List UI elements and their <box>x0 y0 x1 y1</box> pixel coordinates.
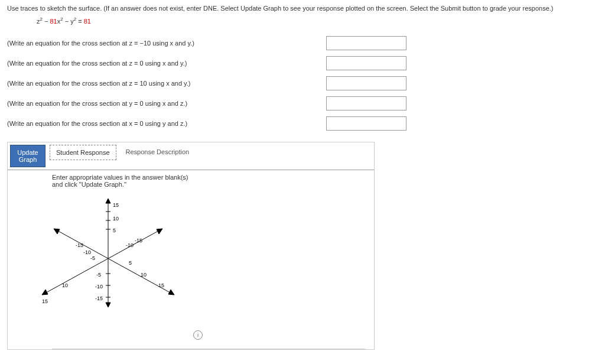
axis-tick-15: 15 <box>113 202 119 208</box>
problem-instructions: Use traces to sketch the surface. (If an… <box>7 5 598 12</box>
answer-input-1[interactable] <box>326 36 406 50</box>
info-icon[interactable]: i <box>193 330 203 340</box>
x-axis-10: 10 <box>62 282 68 288</box>
axes-svg: 15 10 5 -5 -10 -15 15 10 5 10 15 -15 -10… <box>8 188 209 342</box>
eq-exp3: 2 <box>74 17 76 22</box>
prompt-z-neg10: (Write an equation for the cross section… <box>7 40 326 47</box>
eq-equals: = <box>76 18 84 25</box>
answer-input-4[interactable] <box>326 96 406 110</box>
eq-exp2: 2 <box>60 17 63 22</box>
plot-3d-axes: 15 10 5 -5 -10 -15 15 10 5 10 15 -15 -10… <box>8 188 374 347</box>
n10-right: -10 <box>126 242 134 248</box>
axis-tick-5: 5 <box>113 228 116 233</box>
x-axis-15: 15 <box>42 298 48 304</box>
prompt-z-10: (Write an equation for the cross section… <box>7 80 326 87</box>
axis-tick-n15: -15 <box>95 295 103 301</box>
svg-marker-1 <box>106 199 110 203</box>
surface-equation: z2 − 81x2 − y2 = 81 <box>37 17 598 25</box>
tab-student-response[interactable]: Student Response <box>50 145 116 160</box>
svg-marker-2 <box>106 303 110 307</box>
eq-rhs: 81 <box>84 18 91 25</box>
n15-right: -15 <box>135 238 142 243</box>
graph-panel: Update Graph Student Response Response D… <box>7 142 375 350</box>
prompt-x-0: (Write an equation for the cross section… <box>7 120 326 127</box>
tab-response-description[interactable]: Response Description <box>120 145 196 159</box>
answer-input-2[interactable] <box>326 56 406 70</box>
prompt-z-0: (Write an equation for the cross section… <box>7 60 326 67</box>
axis-tick-10: 10 <box>113 216 119 222</box>
hint-line-2: and click "Update Graph." <box>52 181 126 188</box>
svg-line-3 <box>55 229 173 294</box>
graph-hint: Enter appropriate values in the answer b… <box>52 174 374 188</box>
x-axis-5r: 5 <box>129 260 132 266</box>
eq-minus-y: − y <box>63 18 74 25</box>
y-axis-15r: 15 <box>158 282 164 288</box>
axis-tick-n10: -10 <box>95 284 103 290</box>
svg-marker-7 <box>42 290 48 295</box>
update-graph-button[interactable]: Update Graph <box>10 145 45 167</box>
eq-minus1: − <box>43 18 50 25</box>
y-axis-10r: 10 <box>141 272 147 278</box>
answer-input-3[interactable] <box>326 76 406 90</box>
panel-divider <box>52 349 365 349</box>
answer-input-5[interactable] <box>326 116 406 131</box>
eq-exp1: 2 <box>40 17 43 22</box>
hint-line-1: Enter appropriate values in the answer b… <box>52 174 188 181</box>
eq-z: z <box>37 18 40 25</box>
n5-left: -5 <box>90 255 95 261</box>
svg-marker-5 <box>54 229 60 234</box>
eq-coef81: 81 <box>50 18 57 25</box>
svg-marker-4 <box>168 290 174 295</box>
svg-marker-8 <box>157 229 162 234</box>
n10-left: -10 <box>83 249 91 255</box>
n15-left: -15 <box>76 242 83 248</box>
prompt-y-0: (Write an equation for the cross section… <box>7 100 326 107</box>
axis-tick-n5: -5 <box>96 272 101 278</box>
